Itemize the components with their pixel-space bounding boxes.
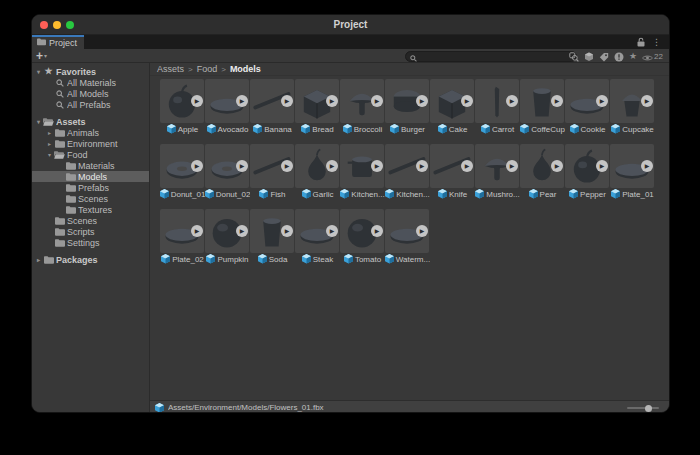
asset-thumbnail[interactable]: ▶ <box>385 144 429 188</box>
search-by-import-log-icon[interactable] <box>614 52 624 62</box>
asset-tile-avocado[interactable]: ▶Avocado <box>205 79 250 137</box>
play-preview-button[interactable]: ▶ <box>281 160 293 172</box>
asset-tile-donut-02[interactable]: ▶Donut_02 <box>205 144 250 202</box>
asset-tile-banana[interactable]: ▶Banana <box>250 79 295 137</box>
asset-tile-apple[interactable]: ▶Apple <box>160 79 205 137</box>
play-preview-button[interactable]: ▶ <box>461 95 473 107</box>
asset-thumbnail[interactable]: ▶ <box>160 209 204 253</box>
asset-tile-burger[interactable]: ▶Burger <box>385 79 430 137</box>
search-by-label-icon[interactable] <box>599 52 609 62</box>
zoom-window-button[interactable] <box>66 21 74 29</box>
asset-thumbnail[interactable]: ▶ <box>295 209 339 253</box>
asset-thumbnail[interactable]: ▶ <box>295 144 339 188</box>
play-preview-button[interactable]: ▶ <box>506 160 518 172</box>
play-preview-button[interactable]: ▶ <box>191 160 203 172</box>
tree-item-scenes[interactable]: Scenes <box>32 193 149 204</box>
save-search-star-icon[interactable]: ★ <box>629 52 637 61</box>
play-preview-button[interactable]: ▶ <box>596 95 608 107</box>
tree-item-settings[interactable]: Settings <box>32 237 149 248</box>
asset-thumbnail[interactable]: ▶ <box>565 79 609 123</box>
play-preview-button[interactable]: ▶ <box>281 95 293 107</box>
play-preview-button[interactable]: ▶ <box>236 160 248 172</box>
tree-item-all-prefabs[interactable]: All Prefabs <box>32 99 149 110</box>
search-field[interactable] <box>405 51 577 62</box>
play-preview-button[interactable]: ▶ <box>371 225 383 237</box>
play-preview-button[interactable]: ▶ <box>461 160 473 172</box>
asset-tile-coffecup[interactable]: ▶CoffeCup <box>520 79 565 137</box>
asset-thumbnail[interactable]: ▶ <box>385 79 429 123</box>
disclosure-down-icon[interactable]: ▾ <box>34 118 43 125</box>
asset-thumbnail[interactable]: ▶ <box>295 79 339 123</box>
asset-tile-steak[interactable]: ▶Steak <box>295 209 340 267</box>
asset-tile-mushro[interactable]: ▶Mushro... <box>475 144 520 202</box>
asset-tile-pepper[interactable]: ▶Pepper <box>565 144 610 202</box>
play-preview-button[interactable]: ▶ <box>326 95 338 107</box>
asset-thumbnail[interactable]: ▶ <box>205 79 249 123</box>
asset-tile-tomato[interactable]: ▶Tomato <box>340 209 385 267</box>
disclosure-down-icon[interactable]: ▾ <box>45 151 54 158</box>
asset-tile-cookie[interactable]: ▶Cookie <box>565 79 610 137</box>
asset-tile-pear[interactable]: ▶Pear <box>520 144 565 202</box>
tree-item-all-materials[interactable]: All Materials <box>32 77 149 88</box>
tree-item-prefabs[interactable]: Prefabs <box>32 182 149 193</box>
asset-thumbnail[interactable]: ▶ <box>340 79 384 123</box>
asset-thumbnail[interactable]: ▶ <box>250 144 294 188</box>
play-preview-button[interactable]: ▶ <box>281 225 293 237</box>
play-preview-button[interactable]: ▶ <box>506 95 518 107</box>
breadcrumb-models[interactable]: Models <box>230 64 261 74</box>
asset-tile-cake[interactable]: ▶Cake <box>430 79 475 137</box>
asset-thumbnail[interactable]: ▶ <box>340 209 384 253</box>
asset-thumbnail[interactable]: ▶ <box>520 144 564 188</box>
asset-thumbnail[interactable]: ▶ <box>160 144 204 188</box>
asset-thumbnail[interactable]: ▶ <box>250 209 294 253</box>
asset-tile-soda[interactable]: ▶Soda <box>250 209 295 267</box>
tree-item-food[interactable]: ▾Food <box>32 149 149 160</box>
asset-thumbnail[interactable]: ▶ <box>340 144 384 188</box>
tree-item-packages[interactable]: ▸Packages <box>32 254 149 265</box>
tree-item-environment[interactable]: ▸Environment <box>32 138 149 149</box>
asset-tile-plate-01[interactable]: ▶Plate_01 <box>610 144 655 202</box>
tree-item-assets[interactable]: ▾Assets <box>32 116 149 127</box>
disclosure-right-icon[interactable]: ▸ <box>45 129 54 136</box>
play-preview-button[interactable]: ▶ <box>191 95 203 107</box>
play-preview-button[interactable]: ▶ <box>551 95 563 107</box>
play-preview-button[interactable]: ▶ <box>191 225 203 237</box>
asset-tile-fish[interactable]: ▶Fish <box>250 144 295 202</box>
play-preview-button[interactable]: ▶ <box>416 160 428 172</box>
asset-tile-bread[interactable]: ▶Bread <box>295 79 340 137</box>
asset-thumbnail[interactable]: ▶ <box>430 79 474 123</box>
asset-tile-broccoli[interactable]: ▶Broccoli <box>340 79 385 137</box>
disclosure-right-icon[interactable]: ▸ <box>45 140 54 147</box>
asset-tile-plate-02[interactable]: ▶Plate_02 <box>160 209 205 267</box>
play-preview-button[interactable]: ▶ <box>326 225 338 237</box>
thumbnail-zoom-slider[interactable] <box>627 407 659 409</box>
asset-tile-kitchen[interactable]: ▶Kitchen... <box>385 144 430 202</box>
tab-project[interactable]: Project <box>32 35 84 49</box>
asset-thumbnail[interactable]: ▶ <box>475 144 519 188</box>
play-preview-button[interactable]: ▶ <box>236 95 248 107</box>
asset-tile-garlic[interactable]: ▶Garlic <box>295 144 340 202</box>
asset-thumbnail[interactable]: ▶ <box>520 79 564 123</box>
play-preview-button[interactable]: ▶ <box>641 95 653 107</box>
search-input[interactable] <box>420 52 572 61</box>
play-preview-button[interactable]: ▶ <box>416 95 428 107</box>
asset-thumbnail[interactable]: ▶ <box>205 144 249 188</box>
close-window-button[interactable] <box>40 21 48 29</box>
search-by-type-icon[interactable] <box>584 52 594 62</box>
hidden-packages-toggle[interactable]: 22 <box>642 48 663 66</box>
asset-thumbnail[interactable]: ▶ <box>205 209 249 253</box>
slider-knob[interactable] <box>645 405 652 412</box>
asset-thumbnail[interactable]: ▶ <box>565 144 609 188</box>
tree-item-textures[interactable]: Textures <box>32 204 149 215</box>
asset-thumbnail[interactable]: ▶ <box>250 79 294 123</box>
asset-thumbnail[interactable]: ▶ <box>430 144 474 188</box>
asset-thumbnail[interactable]: ▶ <box>385 209 429 253</box>
play-preview-button[interactable]: ▶ <box>236 225 248 237</box>
play-preview-button[interactable]: ▶ <box>371 95 383 107</box>
minimize-window-button[interactable] <box>53 21 61 29</box>
tree-item-scripts[interactable]: Scripts <box>32 226 149 237</box>
asset-tile-cupcake[interactable]: ▶Cupcake <box>610 79 655 137</box>
disclosure-right-icon[interactable]: ▸ <box>34 256 43 263</box>
play-preview-button[interactable]: ▶ <box>371 160 383 172</box>
asset-thumbnail[interactable]: ▶ <box>160 79 204 123</box>
